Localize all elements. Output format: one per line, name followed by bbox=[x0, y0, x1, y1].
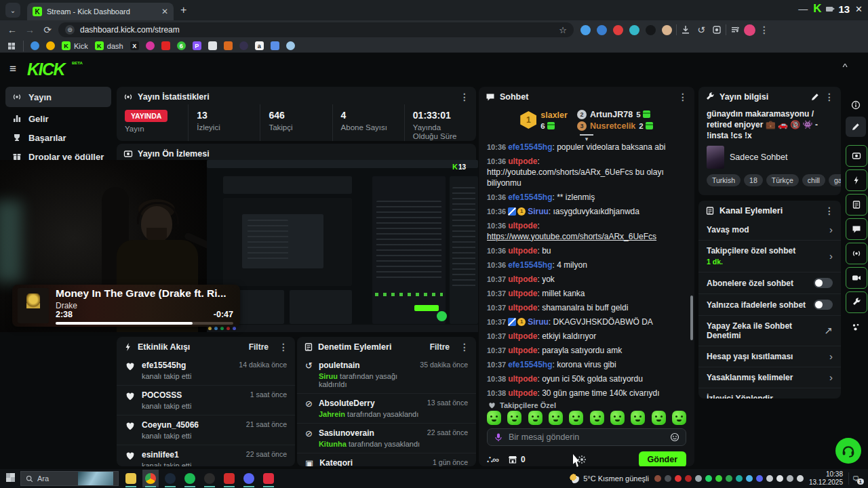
channel-action-row[interactable]: Yavaş mod › bbox=[698, 220, 841, 241]
site-info-icon[interactable]: ⊜ bbox=[65, 25, 75, 35]
message-username[interactable]: ultpode bbox=[508, 289, 537, 298]
minimize-button[interactable]: — bbox=[798, 3, 808, 14]
message-username[interactable]: ultpode bbox=[508, 157, 537, 166]
notification-center-button[interactable]: 🗨1 bbox=[848, 472, 863, 485]
start-button[interactable] bbox=[0, 473, 20, 484]
message-username[interactable]: ultpode bbox=[508, 346, 537, 355]
tray-icon[interactable] bbox=[665, 475, 671, 482]
message-username[interactable]: efe15545hg bbox=[508, 192, 552, 202]
play-bookmark[interactable] bbox=[31, 41, 39, 50]
diamond-bookmark[interactable] bbox=[208, 41, 217, 50]
tray-icon[interactable] bbox=[695, 475, 702, 482]
moderation-filter-button[interactable]: Filtre bbox=[430, 342, 450, 352]
emote-smirk[interactable] bbox=[569, 411, 583, 425]
sidebar-item-yayin[interactable]: Yayın bbox=[5, 87, 111, 107]
message-username[interactable]: ultpode bbox=[508, 221, 537, 230]
x-bookmark[interactable]: X bbox=[130, 41, 139, 50]
emote-rage[interactable] bbox=[528, 411, 542, 425]
support-chat-button[interactable] bbox=[835, 438, 861, 464]
preview-tool[interactable] bbox=[846, 145, 867, 167]
tray-icon[interactable] bbox=[736, 475, 743, 482]
sidebar-item-basarilar[interactable]: Başarılar bbox=[5, 127, 111, 148]
taskbar-clock[interactable]: 10:38 13.12.2025 bbox=[809, 470, 843, 487]
close-button[interactable]: ✕ bbox=[855, 4, 863, 14]
tray-icon[interactable] bbox=[715, 475, 722, 482]
amazon-bookmark[interactable]: a bbox=[255, 41, 264, 50]
emote-wink[interactable] bbox=[652, 411, 666, 425]
message-username[interactable]: ultpode bbox=[508, 246, 537, 256]
message-username[interactable]: ultpode bbox=[508, 331, 537, 341]
emote-happy[interactable] bbox=[590, 411, 604, 425]
url-bar[interactable]: ⊜ dashboard.kick.com/stream ☆ bbox=[58, 22, 574, 37]
info-tool[interactable] bbox=[846, 95, 866, 115]
cloud-bookmark[interactable] bbox=[286, 41, 295, 50]
emote-cheeky[interactable] bbox=[631, 411, 645, 425]
activity-tool[interactable] bbox=[846, 169, 867, 191]
send-button[interactable]: Gönder bbox=[639, 451, 686, 466]
browser-menu-icon[interactable]: ⋮ bbox=[760, 24, 769, 35]
chat-message[interactable]: 10:36efe15545hg: 4 milyon bbox=[479, 258, 694, 272]
activity-row[interactable]: esinlifee1kanalı takip etti 22 saat önce bbox=[117, 445, 295, 466]
tray-icon[interactable] bbox=[797, 475, 804, 482]
channel-action-row[interactable]: Takipçilere özel sohbet1 dk. › bbox=[698, 241, 841, 272]
message-username[interactable]: ultpode bbox=[508, 274, 537, 284]
apps-grid-icon[interactable] bbox=[7, 41, 16, 51]
taskbar-search[interactable]: Ara bbox=[20, 471, 119, 486]
activity-row[interactable]: efe15545hgkanalı takip etti 14 dakika ön… bbox=[117, 356, 295, 386]
chat-tool[interactable] bbox=[846, 218, 867, 240]
chat-message[interactable]: 10:38ultpode: 30 gün game time 140k civa… bbox=[479, 386, 694, 400]
screenshot-icon[interactable] bbox=[712, 25, 722, 35]
six-bookmark[interactable]: 6 bbox=[177, 41, 186, 50]
bookmark-star-icon[interactable]: ☆ bbox=[559, 25, 567, 35]
action-control[interactable]: › bbox=[829, 373, 833, 382]
channel-action-row[interactable]: Abonelere özel sohbet bbox=[698, 272, 841, 294]
message-username[interactable]: efe15545hg bbox=[508, 260, 552, 270]
stats-menu-icon[interactable]: ⋮ bbox=[460, 92, 469, 102]
shop-counter[interactable]: 0 bbox=[508, 455, 526, 464]
chat-message[interactable]: 10:37ultpode: yok bbox=[479, 272, 694, 286]
news-widget-image[interactable] bbox=[78, 472, 113, 485]
seventv-extension[interactable] bbox=[629, 25, 639, 35]
message-username[interactable]: ultpode bbox=[508, 388, 537, 398]
action-control[interactable]: › bbox=[829, 352, 833, 361]
tray-icon[interactable] bbox=[776, 475, 783, 482]
tray-icon[interactable] bbox=[756, 475, 763, 482]
kick-logo[interactable]: KICK bbox=[27, 60, 64, 79]
tray-icon[interactable] bbox=[726, 475, 732, 482]
channel-action-row[interactable]: Yasaklanmış kelimeler › bbox=[698, 367, 841, 388]
channel-action-row[interactable]: Yapay Zeka ile Sohbet Denetimi ↗ bbox=[698, 316, 841, 346]
action-control[interactable] bbox=[814, 300, 833, 310]
chat-message[interactable]: 10:371Siruu: DKAGVJHSKDÖABWÖ DA bbox=[479, 314, 694, 329]
chat-message[interactable]: 10:38ultpode: oyun ici 50k golda satıyor… bbox=[479, 371, 694, 386]
emote-grumpy[interactable] bbox=[507, 411, 521, 425]
settings-tool[interactable] bbox=[846, 291, 867, 313]
song-progress-track[interactable] bbox=[56, 322, 233, 325]
purple-disc-bookmark[interactable] bbox=[239, 41, 248, 50]
chat-message[interactable]: 10:37ultpode: etkiyi kaldırıyor bbox=[479, 329, 694, 343]
message-username[interactable]: ultpode bbox=[508, 303, 537, 312]
emote-grin[interactable] bbox=[610, 411, 625, 425]
activity-filter-button[interactable]: Filtre bbox=[249, 342, 269, 352]
kick-dash-bookmark[interactable]: K dash bbox=[95, 41, 123, 50]
chat-message[interactable]: 10:36ultpode: bu bbox=[479, 243, 694, 258]
forward-button[interactable]: → bbox=[23, 24, 37, 35]
action-control[interactable]: › bbox=[829, 251, 833, 261]
history-icon[interactable]: ↺ bbox=[694, 24, 708, 35]
tray-icon[interactable] bbox=[654, 475, 661, 482]
stream-info-menu-icon[interactable]: ⋮ bbox=[825, 92, 834, 102]
taskbar-app-chrome[interactable] bbox=[142, 470, 159, 487]
profile-avatar[interactable] bbox=[744, 24, 755, 36]
taskbar-app-v-app[interactable] bbox=[260, 470, 277, 487]
tray-icon[interactable] bbox=[685, 475, 692, 482]
chat-message[interactable]: 10:36ultpode: http://youtube.com/shorts/… bbox=[479, 154, 694, 190]
tab-close-icon[interactable]: ✕ bbox=[161, 7, 168, 16]
clips-tool[interactable] bbox=[846, 267, 867, 289]
red-extension[interactable] bbox=[613, 25, 623, 35]
taskbar-app-obs[interactable] bbox=[201, 470, 218, 487]
chat-message[interactable]: 10:37ultpode: shamanalra bi buff geldi bbox=[479, 300, 694, 314]
orange-bookmark[interactable] bbox=[224, 41, 233, 50]
chat-message[interactable]: 10:361Siruu: ıasygduvykaıkdhjanwda bbox=[479, 204, 694, 218]
log-tool[interactable] bbox=[846, 194, 867, 216]
moderation-row[interactable]: ↺ pouletnainSiruu tarafından yasağı kald… bbox=[297, 356, 476, 394]
moderation-row[interactable]: ⊘ AbsoluteDerryJahrein tarafından yasakl… bbox=[297, 394, 476, 424]
